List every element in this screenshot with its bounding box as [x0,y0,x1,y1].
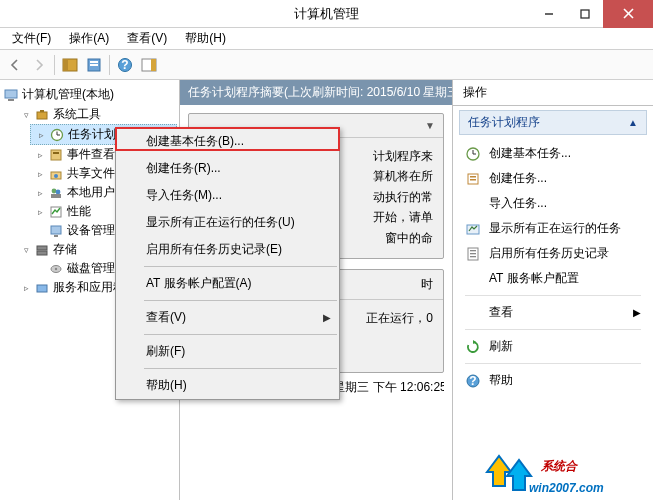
expand-icon[interactable]: ▹ [36,169,45,178]
actions-list: 创建基本任务... 创建任务... 导入任务... 显示所有正在运行的任务 启用… [453,139,653,395]
menu-action[interactable]: 操作(A) [61,28,117,49]
expand-icon[interactable]: ▹ [22,283,31,292]
maximize-button[interactable] [567,0,603,28]
help-icon: ? [465,373,481,389]
action-import-task[interactable]: 导入任务... [457,191,649,216]
ctx-label: 刷新(F) [146,343,185,360]
ctx-create-basic-task[interactable]: 创建基本任务(B)... [116,128,339,155]
tree-label: 磁盘管理 [67,260,115,277]
ctx-enable-history[interactable]: 启用所有任务历史记录(E) [116,236,339,263]
toolbar-separator [54,55,55,75]
menu-view[interactable]: 查看(V) [119,28,175,49]
action-enable-history[interactable]: 启用所有任务历史记录 [457,241,649,266]
action-label: 创建任务... [489,170,547,187]
spacer [36,264,45,273]
window-buttons [531,0,653,28]
maximize-icon [580,9,590,19]
tree-root[interactable]: 计算机管理(本地) [2,84,177,105]
menu-help[interactable]: 帮助(H) [177,28,234,49]
svg-rect-15 [37,112,47,119]
menu-file[interactable]: 文件(F) [4,28,59,49]
performance-icon [49,205,63,219]
expand-icon[interactable]: ▹ [36,150,45,159]
ctx-label: 创建基本任务(B)... [146,133,244,150]
running-icon [465,221,481,237]
minimize-icon [544,9,554,19]
blank-icon [465,271,481,287]
svg-rect-39 [470,179,476,181]
actions-group-header[interactable]: 任务计划程序 ▲ [459,110,647,135]
svg-rect-20 [53,152,59,154]
close-button[interactable] [603,0,653,28]
expand-icon[interactable]: ▹ [36,207,45,216]
watermark-cn: 系统合 [540,459,579,473]
action-label: 显示所有正在运行的任务 [489,220,621,237]
disk-icon [49,262,63,276]
ctx-label: AT 服务帐户配置(A) [146,275,252,292]
storage-icon [35,243,49,257]
svg-text:?: ? [469,374,476,388]
svg-rect-29 [37,246,47,250]
ctx-view[interactable]: 查看(V) ▶ [116,304,339,331]
svg-point-24 [56,189,61,194]
action-label: 查看 [489,304,513,321]
expand-icon[interactable]: ▹ [37,130,46,139]
svg-point-32 [55,267,57,269]
toolbar-help-button[interactable]: ? [114,54,136,76]
ctx-import-task[interactable]: 导入任务(M)... [116,182,339,209]
expand-icon[interactable]: ▿ [22,110,31,119]
minimize-button[interactable] [531,0,567,28]
ctx-help[interactable]: 帮助(H) [116,372,339,399]
action-create-task[interactable]: 创建任务... [457,166,649,191]
action-separator [465,329,641,330]
toolbar-back-button[interactable] [4,54,26,76]
refresh-icon [465,339,481,355]
task-icon [465,171,481,187]
toolbar-separator [109,55,110,75]
svg-rect-5 [63,59,68,71]
ctx-create-task[interactable]: 创建任务(R)... [116,155,339,182]
action-create-basic-task[interactable]: 创建基本任务... [457,141,649,166]
ctx-separator [144,266,337,267]
action-separator [465,363,641,364]
action-at-service[interactable]: AT 服务帐户配置 [457,266,649,291]
svg-point-23 [52,188,57,193]
chevron-down-icon[interactable]: ▼ [425,120,435,131]
help-icon: ? [117,57,133,73]
action-view[interactable]: 查看 ▶ [457,300,649,325]
action-refresh[interactable]: 刷新 [457,334,649,359]
ctx-label: 创建任务(R)... [146,160,221,177]
tree-system-tools[interactable]: ▿ 系统工具 [16,105,177,124]
action-show-running[interactable]: 显示所有正在运行的任务 [457,216,649,241]
forward-icon [32,58,46,72]
toolbar-show-hide-tree-button[interactable] [59,54,81,76]
svg-rect-8 [90,64,98,66]
submenu-arrow-icon: ▶ [633,307,641,318]
svg-text:?: ? [121,58,128,72]
blank-icon [465,305,481,321]
ctx-at-service[interactable]: AT 服务帐户配置(A) [116,270,339,297]
action-label: 帮助 [489,372,513,389]
svg-rect-27 [51,226,61,234]
spacer [36,226,45,235]
svg-rect-30 [37,251,47,255]
menubar: 文件(F) 操作(A) 查看(V) 帮助(H) [0,28,653,50]
ctx-label: 查看(V) [146,309,186,326]
clock-icon [50,128,64,142]
toolbar: ? [0,50,653,80]
svg-rect-43 [470,253,476,254]
device-icon [49,224,63,238]
shared-icon [49,167,63,181]
svg-rect-28 [54,235,58,237]
toolbar-action-pane-button[interactable] [138,54,160,76]
ctx-show-running[interactable]: 显示所有正在运行的任务(U) [116,209,339,236]
expand-icon[interactable]: ▹ [36,188,45,197]
ctx-refresh[interactable]: 刷新(F) [116,338,339,365]
toolbar-properties-button[interactable] [83,54,105,76]
action-help[interactable]: ? 帮助 [457,368,649,393]
action-separator [465,295,641,296]
action-label: AT 服务帐户配置 [489,270,579,287]
toolbar-forward-button[interactable] [28,54,50,76]
expand-icon[interactable]: ▿ [22,245,31,254]
details-header: 任务计划程序摘要(上次刷新时间: 2015/6/10 星期三 [180,80,452,105]
